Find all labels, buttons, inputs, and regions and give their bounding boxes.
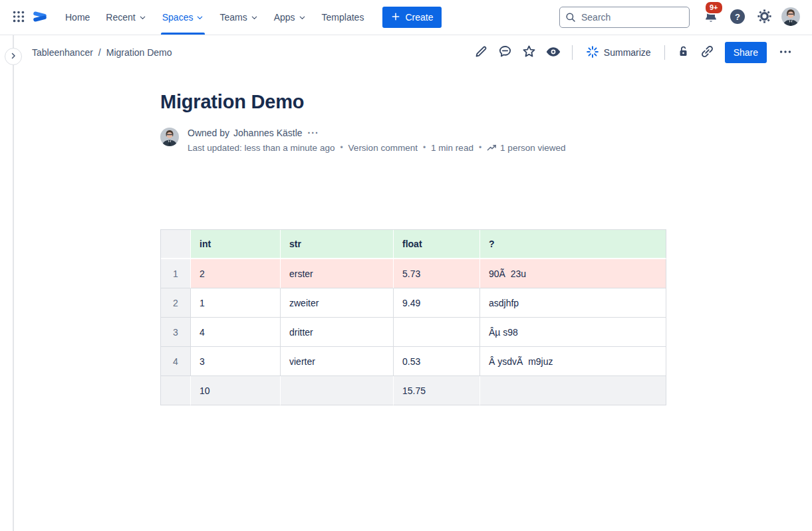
table-cell: 9.49 xyxy=(394,288,480,318)
nav-item-label: Home xyxy=(65,12,90,23)
byline: Owned by Johannes Kästle ··· Last update… xyxy=(160,128,666,154)
owner-name-link[interactable]: Johannes Kästle xyxy=(233,128,303,138)
table-row: 1 2 erster 5.73 90Ã 23u xyxy=(161,259,666,288)
byline-more-button[interactable]: ··· xyxy=(307,128,321,138)
table-summary-row: 10 15.75 xyxy=(161,376,666,405)
breadcrumb-space[interactable]: Tableenhancer xyxy=(32,47,93,58)
chevron-down-icon xyxy=(251,14,258,21)
table-cell xyxy=(480,376,666,405)
breadcrumb-page[interactable]: Migration Demo xyxy=(106,47,172,58)
nav-item-label: Teams xyxy=(219,12,247,23)
chevron-down-icon xyxy=(139,14,146,21)
table-corner-cell xyxy=(161,230,191,259)
table-cell: 15.75 xyxy=(394,376,480,405)
plus-icon xyxy=(391,12,400,23)
more-actions-button[interactable] xyxy=(775,42,796,63)
copy-link-button[interactable] xyxy=(697,42,718,63)
chevron-right-icon xyxy=(9,52,17,62)
read-time-text: 1 min read xyxy=(431,143,474,153)
table-cell: erster xyxy=(281,259,394,288)
table-cell: 4 xyxy=(191,318,281,347)
help-icon: ? xyxy=(730,9,745,27)
confluence-logo[interactable] xyxy=(29,7,51,28)
sidebar-expand-button[interactable] xyxy=(5,48,22,65)
divider xyxy=(572,45,573,60)
table-row: 3 4 dritter Âµ s98 xyxy=(161,318,666,347)
page-title: Migration Demo xyxy=(160,91,666,113)
dot-separator: • xyxy=(340,143,342,152)
version-comment-text: Version comment xyxy=(348,143,418,153)
primary-nav: Home Recent Spaces Teams xyxy=(57,0,372,35)
dot-separator: • xyxy=(479,143,481,152)
page-actions: Summarize Share xyxy=(471,42,796,63)
data-table: int str float ? 1 2 erster 5.73 90Ã 23u … xyxy=(160,229,666,405)
link-icon xyxy=(700,44,715,61)
ai-sparkle-icon xyxy=(586,45,599,60)
confluence-logo-icon xyxy=(31,8,49,27)
user-avatar[interactable] xyxy=(780,7,801,28)
nav-item-label: Spaces xyxy=(162,12,194,23)
nav-item-apps[interactable]: Apps xyxy=(266,0,314,35)
eye-icon xyxy=(545,44,561,62)
summarize-button[interactable]: Summarize xyxy=(581,42,656,63)
breadcrumb-separator: / xyxy=(98,47,101,58)
column-header-question: ? xyxy=(480,230,666,259)
nav-item-home[interactable]: Home xyxy=(57,0,98,35)
nav-item-spaces[interactable]: Spaces xyxy=(154,0,212,35)
search-input[interactable] xyxy=(559,7,690,28)
row-number: 2 xyxy=(161,288,191,318)
table-cell: dritter xyxy=(281,318,394,347)
chevron-down-icon xyxy=(299,14,306,21)
table-cell: Â ysdvÃ m9juz xyxy=(480,347,666,376)
table-cell xyxy=(281,376,394,405)
owner-avatar[interactable] xyxy=(160,128,179,154)
column-header-float: float xyxy=(394,230,480,259)
analytics-viewed[interactable]: 1 person viewed xyxy=(487,142,565,154)
notifications-button[interactable]: 9+ xyxy=(700,7,722,28)
column-header-str: str xyxy=(281,230,394,259)
comment-icon xyxy=(497,44,513,61)
divider xyxy=(664,45,665,60)
restrictions-button[interactable] xyxy=(673,42,694,63)
comment-button[interactable] xyxy=(495,42,516,63)
table-cell: zweiter xyxy=(281,288,394,318)
table-cell: 3 xyxy=(191,347,281,376)
ellipsis-icon xyxy=(778,45,793,61)
favorite-star-button[interactable] xyxy=(519,42,540,63)
grid-icon xyxy=(11,9,26,26)
chevron-down-icon xyxy=(196,14,203,21)
help-button[interactable]: ? xyxy=(727,7,748,28)
last-updated-text: Last updated: less than a minute ago xyxy=(188,143,335,153)
app-switcher-button[interactable] xyxy=(8,7,29,28)
sidebar-divider xyxy=(13,35,14,531)
analytics-chart-icon xyxy=(487,142,497,154)
table-cell: 0.53 xyxy=(394,347,480,376)
unlock-icon xyxy=(676,44,691,61)
nav-item-label: Apps xyxy=(274,12,295,23)
edit-button[interactable] xyxy=(471,42,492,63)
top-navigation: Home Recent Spaces Teams xyxy=(0,0,812,35)
star-icon xyxy=(521,44,537,61)
create-button-label: Create xyxy=(405,12,433,23)
table-cell: Âµ s98 xyxy=(480,318,666,347)
table-header-row: int str float ? xyxy=(161,230,666,259)
summarize-label: Summarize xyxy=(604,47,651,58)
dot-separator: • xyxy=(423,143,426,152)
avatar-photo-icon xyxy=(781,7,801,29)
row-number: 3 xyxy=(161,318,191,347)
gear-icon xyxy=(757,9,772,26)
column-header-int: int xyxy=(191,230,281,259)
nav-item-recent[interactable]: Recent xyxy=(98,0,154,35)
nav-item-templates[interactable]: Templates xyxy=(314,0,372,35)
nav-item-label: Recent xyxy=(106,12,135,23)
row-number xyxy=(161,376,191,405)
watch-eye-button[interactable] xyxy=(543,42,564,63)
notification-badge: 9+ xyxy=(704,1,724,15)
owned-by-label: Owned by xyxy=(188,128,229,138)
svg-text:?: ? xyxy=(735,11,740,21)
nav-item-teams[interactable]: Teams xyxy=(211,0,265,35)
create-button[interactable]: Create xyxy=(382,7,442,28)
settings-button[interactable] xyxy=(753,7,775,28)
share-button[interactable]: Share xyxy=(725,42,767,63)
pencil-icon xyxy=(474,44,489,61)
